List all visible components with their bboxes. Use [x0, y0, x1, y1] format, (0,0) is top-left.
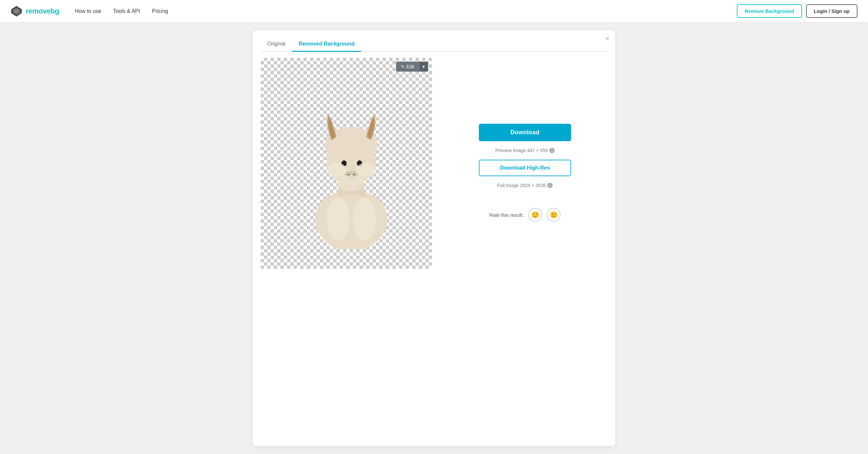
nav-pricing[interactable]: Pricing: [152, 8, 168, 14]
logo[interactable]: removebg: [10, 5, 59, 17]
logo-text: removebg: [26, 7, 59, 16]
rate-section: Rate this result: 🙂 🙁: [489, 208, 561, 222]
result-card: × Original Removed Background ✎ Edit ▾: [253, 30, 615, 446]
svg-point-11: [327, 163, 346, 177]
tab-removed-background[interactable]: Removed Background: [292, 38, 361, 52]
alpaca-svg: [290, 58, 402, 249]
download-button[interactable]: Download: [479, 124, 571, 141]
image-panel: ✎ Edit ▾: [261, 58, 432, 269]
main-content: × Original Removed Background ✎ Edit ▾: [0, 23, 868, 454]
navbar: removebg How to use Tools & API Pricing …: [0, 0, 868, 23]
preview-info: Preview Image 447 × 559 i: [495, 148, 555, 153]
preview-info-icon[interactable]: i: [549, 148, 555, 153]
full-image-info: Full Image 2828 × 3535 i: [497, 183, 553, 188]
nav-how-to-use[interactable]: How to use: [75, 8, 101, 14]
sad-face-icon: 🙁: [550, 211, 558, 219]
tab-original[interactable]: Original: [261, 38, 292, 52]
thumbs-up-button[interactable]: 🙂: [528, 208, 542, 222]
nav-links: How to use Tools & API Pricing: [75, 8, 737, 14]
logo-icon: [10, 5, 23, 17]
nav-actions: Remove Background Login / Sign up: [737, 4, 858, 18]
thumbs-down-button[interactable]: 🙁: [547, 208, 561, 222]
result-image-container: ✎ Edit ▾: [261, 58, 432, 269]
rate-label: Rate this result:: [489, 212, 524, 218]
edit-dropdown-button[interactable]: ▾: [419, 62, 428, 72]
svg-point-15: [327, 198, 350, 241]
svg-point-16: [353, 198, 376, 241]
right-panel: Download Preview Image 447 × 559 i Downl…: [442, 58, 607, 222]
content-area: ✎ Edit ▾: [261, 58, 607, 269]
close-button[interactable]: ×: [605, 35, 609, 42]
login-signup-button[interactable]: Login / Sign up: [806, 4, 858, 18]
tabs: Original Removed Background: [261, 38, 607, 52]
happy-face-icon: 🙂: [531, 211, 539, 219]
svg-point-13: [338, 175, 365, 191]
nav-tools-api[interactable]: Tools & API: [113, 8, 140, 14]
edit-button[interactable]: ✎ Edit: [396, 62, 419, 72]
remove-background-button[interactable]: Remove Background: [737, 4, 802, 18]
download-hires-button[interactable]: Download High-Res: [479, 160, 571, 176]
edit-icon: ✎: [401, 64, 405, 69]
full-info-icon[interactable]: i: [547, 183, 553, 188]
edit-toolbar: ✎ Edit ▾: [396, 62, 428, 72]
result-image: [261, 58, 432, 269]
svg-point-12: [356, 163, 376, 177]
